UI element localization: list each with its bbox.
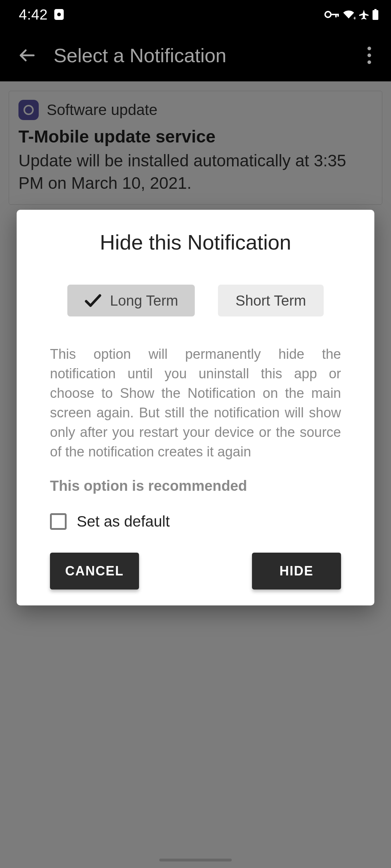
dialog-recommended: This option is recommended bbox=[17, 478, 374, 494]
cancel-label: CANCEL bbox=[65, 563, 124, 579]
screen-root: 4:42 + Select a Notification bbox=[0, 0, 391, 868]
short-term-label: Short Term bbox=[236, 293, 306, 309]
battery-icon bbox=[372, 9, 379, 20]
svg-point-0 bbox=[325, 12, 331, 17]
status-right: + bbox=[324, 9, 379, 20]
overflow-menu-button[interactable] bbox=[356, 42, 382, 68]
set-default-label: Set as default bbox=[77, 513, 170, 530]
status-time: 4:42 bbox=[19, 7, 48, 23]
vpn-key-icon bbox=[324, 10, 339, 19]
app-bar-title: Select a Notification bbox=[54, 44, 356, 67]
svg-rect-3 bbox=[337, 14, 339, 17]
long-term-tab[interactable]: Long Term bbox=[67, 285, 195, 316]
arrow-left-icon bbox=[18, 46, 36, 64]
short-term-tab[interactable]: Short Term bbox=[218, 285, 324, 316]
svg-rect-2 bbox=[335, 14, 337, 17]
svg-rect-6 bbox=[373, 10, 378, 20]
term-toggle-row: Long Term Short Term bbox=[17, 285, 374, 316]
app-indicator-icon bbox=[54, 9, 64, 20]
dialog-title: Hide this Notification bbox=[17, 230, 374, 254]
set-default-row[interactable]: Set as default bbox=[17, 513, 374, 530]
hide-notification-dialog: Hide this Notification Long Term Short T… bbox=[17, 210, 374, 605]
cancel-button[interactable]: CANCEL bbox=[50, 553, 139, 590]
dialog-description: This option will permanently hide the no… bbox=[17, 345, 374, 462]
app-bar: Select a Notification bbox=[0, 29, 391, 81]
hide-label: HIDE bbox=[279, 563, 314, 579]
wifi-icon: + bbox=[342, 9, 356, 20]
svg-rect-5 bbox=[374, 9, 377, 10]
status-bar: 4:42 + bbox=[0, 0, 391, 29]
airplane-icon bbox=[358, 9, 369, 20]
back-button[interactable] bbox=[14, 42, 40, 68]
svg-rect-1 bbox=[330, 14, 338, 15]
long-term-label: Long Term bbox=[110, 293, 178, 309]
set-default-checkbox[interactable] bbox=[50, 513, 67, 530]
status-left: 4:42 bbox=[19, 7, 64, 23]
dialog-actions: CANCEL HIDE bbox=[17, 553, 374, 590]
hide-button[interactable]: HIDE bbox=[252, 553, 341, 590]
dots-vertical-icon bbox=[367, 47, 371, 50]
svg-text:+: + bbox=[353, 15, 356, 20]
check-icon bbox=[84, 293, 101, 308]
